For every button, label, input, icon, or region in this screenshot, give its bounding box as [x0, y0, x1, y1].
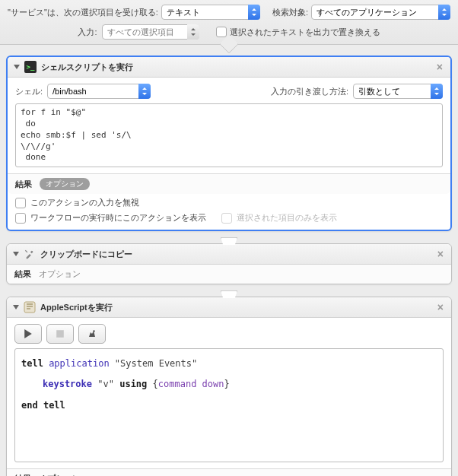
applescript-icon [24, 301, 36, 313]
run-button[interactable] [14, 324, 42, 344]
action-run-applescript[interactable]: AppleScriptを実行 × tell application "Syste… [6, 297, 452, 476]
input-select-wrap: すべての選択項目 [102, 24, 199, 40]
results-tab[interactable]: 結果 [15, 179, 32, 190]
action-options: このアクションの入力を無視 ワークフローの実行時にこのアクションを表示 選択され… [8, 194, 450, 230]
disclosure-triangle-icon[interactable] [14, 65, 20, 69]
workflow-canvas: >_ シェルスクリプトを実行 × シェル: /bin/bash 入力の引き渡し方… [0, 45, 458, 476]
target-select[interactable]: すべてのアプリケーション [311, 5, 450, 20]
action-footer: 結果 オプション [7, 265, 451, 284]
target-label: 検索対象: [272, 7, 308, 18]
action-footer: 結果 オプション [8, 173, 450, 194]
action-run-shell-script[interactable]: >_ シェルスクリプトを実行 × シェル: /bin/bash 入力の引き渡し方… [6, 56, 452, 231]
action-header[interactable]: >_ シェルスクリプトを実行 × [8, 57, 450, 78]
shell-label: シェル: [15, 86, 43, 97]
input-select[interactable]: すべての選択項目 [102, 24, 199, 40]
input-label: 入力: [78, 27, 97, 38]
action-body: tell application "System Events" keystro… [7, 318, 451, 468]
applescript-editor[interactable]: tell application "System Events" keystro… [14, 348, 444, 462]
svg-rect-0 [24, 302, 35, 313]
action-copy-to-clipboard[interactable]: クリップボードにコピー × 結果 オプション [6, 243, 452, 284]
receive-select-wrap: テキスト [161, 5, 260, 20]
options-tab[interactable]: オプション [40, 178, 90, 190]
disclosure-triangle-icon[interactable] [13, 305, 19, 309]
action-title: クリップボードにコピー [40, 249, 431, 260]
stop-button[interactable] [46, 324, 74, 344]
terminal-icon: >_ [24, 61, 37, 73]
disclosure-triangle-icon[interactable] [13, 252, 19, 256]
receive-label: "サービス"は、次の選択項目を受け取る: [8, 7, 158, 18]
results-tab[interactable]: 結果 [14, 473, 31, 476]
show-at-run-label: ワークフローの実行時にこのアクションを表示 [30, 212, 206, 224]
pass-input-select[interactable]: 引数として [353, 84, 443, 99]
ignore-input-checkbox[interactable] [15, 198, 26, 208]
replace-output-label: 選択されたテキストを出力で置き換える [230, 27, 380, 38]
shell-script-editor[interactable]: for f in "$@" do echo smb:$f | sed 's/\ … [15, 103, 443, 167]
action-footer: 結果 オプション [7, 468, 451, 476]
show-selected-only-label: 選択された項目のみを表示 [237, 212, 337, 224]
shell-select[interactable]: /bin/bash [47, 84, 151, 99]
action-title: シェルスクリプトを実行 [41, 62, 431, 73]
close-icon[interactable]: × [436, 249, 445, 259]
replace-output-row: 選択されたテキストを出力で置き換える [216, 27, 380, 38]
results-tab[interactable]: 結果 [14, 268, 31, 280]
action-header[interactable]: AppleScriptを実行 × [7, 297, 451, 318]
replace-output-checkbox[interactable] [216, 27, 227, 37]
close-icon[interactable]: × [436, 302, 445, 313]
ignore-input-label: このアクションの入力を無視 [30, 197, 139, 208]
script-toolbar [14, 324, 444, 344]
action-body: シェル: /bin/bash 入力の引き渡し方法: 引数として for f in… [8, 78, 450, 173]
options-tab[interactable]: オプション [39, 268, 81, 280]
svg-rect-1 [56, 330, 64, 338]
service-config-bar: "サービス"は、次の選択項目を受け取る: テキスト 検索対象: すべてのアプリケ… [0, 0, 458, 45]
show-selected-only-checkbox [221, 213, 232, 224]
tools-icon [24, 248, 36, 260]
action-title: AppleScriptを実行 [40, 302, 431, 313]
connector-in [221, 290, 237, 298]
compile-button[interactable] [78, 324, 106, 344]
receive-select[interactable]: テキスト [161, 5, 260, 20]
show-at-run-checkbox[interactable] [15, 213, 26, 224]
close-icon[interactable]: × [435, 62, 444, 72]
action-header[interactable]: クリップボードにコピー × [7, 244, 451, 265]
pass-input-label: 入力の引き渡し方法: [271, 86, 348, 97]
target-select-wrap: すべてのアプリケーション [311, 5, 450, 20]
connector-in [221, 237, 237, 245]
options-tab[interactable]: オプション [39, 473, 81, 476]
